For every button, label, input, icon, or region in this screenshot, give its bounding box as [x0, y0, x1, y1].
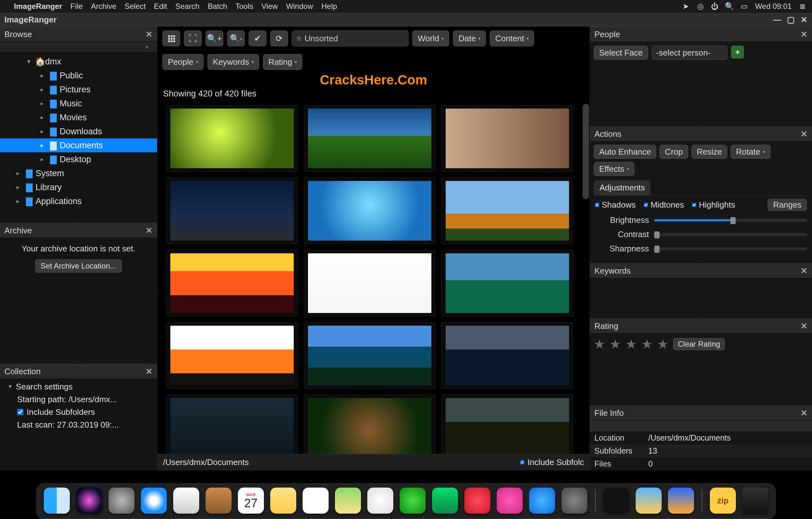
fileinfo-close-icon[interactable]: ✕	[801, 408, 808, 418]
set-archive-location-button[interactable]: Set Archive Location...	[35, 260, 122, 273]
archive-close-icon[interactable]: ✕	[146, 226, 152, 236]
zoom-out-button[interactable]: 🔍-	[227, 30, 245, 46]
thumbnail[interactable]	[166, 105, 298, 172]
thumbnail[interactable]	[304, 250, 436, 317]
select-person-dropdown[interactable]: -select person-	[652, 46, 727, 60]
dock-contacts-icon[interactable]	[206, 488, 232, 514]
tree-item-applications[interactable]: ▸▇Applications	[0, 194, 157, 208]
dock-launchpad-icon[interactable]	[109, 488, 135, 514]
dock-maps-icon[interactable]	[335, 488, 361, 514]
effects-button[interactable]: Effects▾	[594, 162, 634, 176]
thumbnail[interactable]	[166, 250, 298, 317]
menubar-cc-icon[interactable]: ◎	[697, 3, 704, 10]
people-close-icon[interactable]: ✕	[801, 29, 808, 39]
dock-calendar-icon[interactable]: MAR27	[238, 488, 264, 514]
search-settings-row[interactable]: ▼Search settings	[8, 380, 157, 393]
refresh-button[interactable]: ⟳	[270, 30, 288, 46]
star-4-icon[interactable]: ★	[641, 337, 653, 351]
app-menu[interactable]: ImageRanger	[14, 2, 62, 11]
dock-safari-icon[interactable]	[141, 488, 167, 514]
thumbnail[interactable]	[304, 322, 436, 389]
content-button[interactable]: Content▾	[490, 30, 534, 46]
dock-reminders-icon[interactable]	[302, 488, 328, 514]
tree-root-dmx[interactable]: ▼🏠dmx	[0, 55, 157, 69]
dock-mail-icon[interactable]	[173, 488, 199, 514]
tree-item-documents[interactable]: ▸▇Documents	[0, 138, 157, 153]
dock-app-icon[interactable]	[668, 488, 694, 514]
menu-help[interactable]: Help	[321, 2, 337, 11]
include-subfolders-footer-checkbox[interactable]	[520, 460, 524, 464]
midtones-check[interactable]: Midtones	[644, 200, 684, 210]
dock-news-icon[interactable]	[464, 488, 490, 514]
panel-resize-handle[interactable]: ······	[590, 121, 812, 126]
thumbnail[interactable]	[441, 177, 573, 244]
grid-view-button[interactable]	[163, 30, 180, 46]
star-2-icon[interactable]: ★	[610, 337, 621, 351]
menu-search[interactable]: Search	[175, 2, 200, 11]
fullscreen-button[interactable]: ⛶	[184, 30, 202, 46]
add-person-button[interactable]: +	[731, 46, 744, 58]
shadows-check[interactable]: Shadows	[595, 200, 636, 210]
keywords-close-icon[interactable]: ✕	[801, 266, 808, 276]
dock-terminal-icon[interactable]	[603, 488, 629, 514]
panel-resize-handle[interactable]: ······	[590, 355, 812, 360]
thumbnail[interactable]	[166, 394, 298, 454]
clear-rating-button[interactable]: Clear Rating	[673, 338, 725, 350]
collection-close-icon[interactable]: ✕	[146, 366, 152, 377]
star-3-icon[interactable]: ★	[626, 337, 637, 351]
spotlight-icon[interactable]: 🔍	[726, 3, 733, 10]
rating-filter-button[interactable]: Rating▾	[263, 54, 302, 70]
thumbnail[interactable]	[441, 322, 573, 389]
contrast-slider[interactable]	[654, 233, 807, 236]
menu-select[interactable]: Select	[125, 2, 146, 11]
notification-center-icon[interactable]: ≣	[799, 3, 806, 10]
panel-resize-handle[interactable]: ······	[0, 218, 157, 223]
dock-preview-icon[interactable]	[636, 488, 662, 514]
include-subfolders-row[interactable]: Include Subfolders	[8, 406, 157, 418]
tree-item-library[interactable]: ▸▇Library	[0, 180, 157, 194]
tree-item-desktop[interactable]: ▸▇Desktop	[0, 153, 157, 166]
menu-edit[interactable]: Edit	[154, 2, 167, 11]
dock-siri-icon[interactable]	[76, 488, 102, 514]
select-face-button[interactable]: Select Face	[594, 46, 648, 60]
thumbnail[interactable]	[166, 322, 298, 389]
maximize-icon[interactable]: ▢	[787, 15, 795, 25]
thumbnail[interactable]	[304, 105, 436, 172]
tree-item-public[interactable]: ▸▇Public	[0, 69, 157, 83]
menu-window[interactable]: Window	[286, 2, 313, 11]
resize-button[interactable]: Resize	[692, 145, 727, 159]
thumbnail[interactable]	[166, 177, 298, 244]
people-filter-button[interactable]: People▾	[163, 54, 204, 70]
displays-icon[interactable]: ▭	[740, 3, 748, 10]
tree-item-music[interactable]: ▸▇Music	[0, 97, 157, 110]
tree-item-movies[interactable]: ▸▇Movies	[0, 110, 157, 125]
menubar-power-icon[interactable]: ⏻	[711, 3, 719, 10]
thumbnail[interactable]	[441, 105, 573, 172]
dock-preferences-icon[interactable]	[561, 488, 587, 514]
menu-view[interactable]: View	[261, 2, 278, 11]
dock-photos-icon[interactable]	[367, 488, 393, 514]
starting-path-row[interactable]: Starting path: /Users/dmx...	[8, 393, 157, 406]
thumbnail[interactable]	[304, 177, 436, 244]
world-button[interactable]: World▾	[412, 30, 449, 46]
zoom-in-button[interactable]: 🔍+	[206, 30, 223, 46]
menu-tools[interactable]: Tools	[235, 2, 253, 11]
thumbnail[interactable]	[441, 394, 573, 454]
panel-resize-handle[interactable]: ······	[0, 359, 157, 364]
dock-itunes-icon[interactable]	[497, 488, 523, 514]
menubar-clock[interactable]: Wed 09:01	[755, 2, 792, 11]
star-1-icon[interactable]: ★	[594, 337, 605, 351]
dock-notes-icon[interactable]	[270, 488, 296, 514]
dock-messages-icon[interactable]	[400, 488, 426, 514]
dock-finder-icon[interactable]	[44, 488, 70, 514]
actions-close-icon[interactable]: ✕	[801, 129, 808, 139]
sharpness-slider[interactable]	[654, 248, 807, 250]
sort-dropdown[interactable]: ≡Unsorted	[292, 30, 409, 46]
menu-file[interactable]: File	[70, 2, 83, 11]
dock-facetime-icon[interactable]	[432, 488, 458, 514]
dock-appstore-icon[interactable]	[529, 488, 555, 514]
checkmark-button[interactable]: ✔	[249, 30, 266, 46]
dock-trash-icon[interactable]	[742, 488, 768, 514]
tree-item-system[interactable]: ▸▇System	[0, 166, 157, 180]
close-icon[interactable]: ✕	[801, 15, 808, 25]
